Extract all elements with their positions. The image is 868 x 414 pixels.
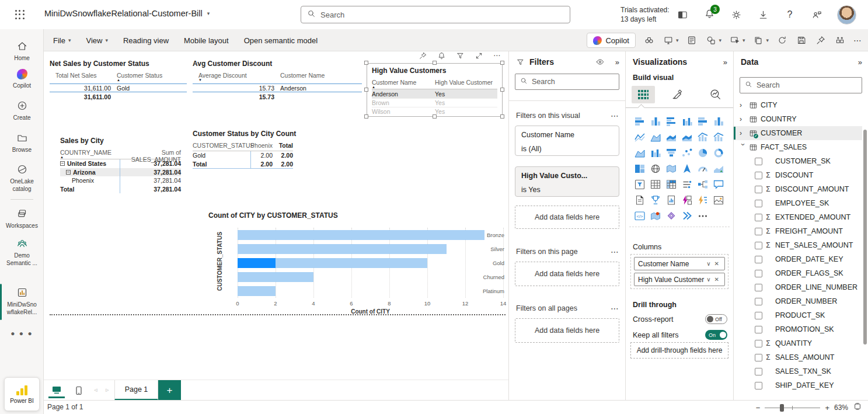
chevron-down-icon[interactable]: ▾ [676,37,679,43]
funnel-chart-icon[interactable] [663,145,679,160]
filters-search[interactable] [515,74,619,90]
kpi-icon[interactable] [710,161,726,176]
nav-pane-toggle-icon[interactable] [676,8,689,21]
columns-well[interactable]: Customer Name ∨ ✕ High Value Customer ∨ … [630,254,728,289]
collapse-icon[interactable]: − [60,161,65,166]
line-chart-icon[interactable] [632,129,647,144]
stacked-bar-chart-icon[interactable] [632,113,647,128]
remove-field-icon[interactable]: ✕ [713,260,721,267]
resize-handle[interactable] [364,88,368,92]
field-checkbox[interactable] [755,270,762,277]
section-more-icon[interactable]: ⋯ [611,111,619,120]
refresh-icon[interactable] [776,34,788,46]
eye-icon[interactable] [595,57,605,67]
filter-card-high-value-customer[interactable]: High Value Custo... is Yes [515,166,619,197]
resize-handle[interactable] [500,88,504,92]
treemap-icon[interactable] [632,161,647,176]
data-field-employee_sk[interactable]: EMPLOYEE_SK [734,196,862,210]
app-launcher-icon[interactable] [14,9,26,20]
copilot-button[interactable]: Copilot [587,33,635,48]
new-visual-icon[interactable] [663,34,674,46]
report-title-menu[interactable]: MiniDwSnowflakeRelational-Customer-Bill … [44,9,210,18]
qa-visual-icon[interactable] [710,176,726,192]
data-field-sales_amount[interactable]: ΣSALES_AMOUNT [734,350,862,364]
zoom-out-icon[interactable]: − [756,403,761,412]
area-chart-icon[interactable] [647,129,663,144]
sidebar-item-home[interactable]: Home [0,40,44,62]
hundred-stacked-column-chart-icon[interactable] [710,113,726,128]
add-data-fields-dropzone[interactable]: Add data fields here [515,318,619,343]
chevron-right-icon[interactable]: › [740,129,749,137]
page-tab[interactable]: Page 1 [114,380,158,401]
matrix-row[interactable]: −United States37,281.04 [60,159,181,168]
analytics-tab[interactable] [704,86,727,103]
data-search-input[interactable] [757,81,857,89]
power-platform-visual-icon[interactable] [679,208,695,223]
bar-silver[interactable] [238,244,447,254]
filters-search-input[interactable] [532,78,614,86]
column-header[interactable]: High Value Customer [435,79,497,86]
stacked-column-chart-icon[interactable] [647,113,663,128]
data-field-extended_amount[interactable]: ΣEXTENDED_AMOUNT [734,210,862,224]
menu-open-semantic-model[interactable]: Open semantic model [244,36,318,45]
sidebar-item-demo-semantic[interactable]: DemoSemantic ... [0,237,44,267]
zoom-in-icon[interactable]: + [825,403,829,412]
chevron-down-icon[interactable]: › [739,144,747,153]
new-page-button[interactable]: + [158,380,181,401]
data-field-order_number[interactable]: ORDER_NUMBER [734,294,862,308]
matrix-row[interactable]: Total2.002.00 [193,160,293,169]
zoom-slider-handle[interactable] [780,404,784,412]
notifications-icon[interactable]: 3 [703,8,716,21]
data-table-customer[interactable]: ›✓CUSTOMER [734,126,862,140]
data-table-fact_sales[interactable]: ›FACT_SALES [734,140,862,154]
hundred-stacked-area-chart-icon[interactable] [679,129,695,144]
column-header[interactable]: Phoenix [249,142,273,149]
resize-handle[interactable] [433,61,437,65]
field-checkbox[interactable] [755,214,762,221]
resize-handle[interactable] [364,61,368,65]
sidebar-item-workspaces[interactable]: Workspaces [0,207,44,229]
matrix-row[interactable]: Total37,281.04 [60,185,181,194]
copy-visual-icon[interactable] [752,34,764,46]
next-page-icon[interactable]: ▹ [106,386,109,394]
drill-through-dropzone[interactable]: Add drill-through fields here [630,342,728,359]
chevron-down-icon[interactable]: ▾ [742,37,745,43]
visual-high-value-table[interactable]: High Value Customers Customer Name▲High … [367,63,503,117]
pin-icon[interactable] [815,34,827,46]
data-table-city[interactable]: ›CITY [734,98,862,112]
resize-handle[interactable] [433,114,437,119]
sidebar-item-copilot[interactable]: Copilot [0,68,44,89]
field-checkbox[interactable] [755,326,762,333]
select-tool-icon[interactable] [729,34,741,46]
keep-all-filters-toggle[interactable]: On [705,330,727,340]
visual-net-sales-table[interactable]: Net Sales by Customer Status Total Net S… [50,60,187,101]
bar-bronze[interactable] [238,230,484,240]
feedback-icon[interactable] [810,8,823,21]
section-more-icon[interactable]: ⋯ [611,247,619,256]
collapse-pane-icon[interactable]: » [615,58,619,67]
shapes-icon[interactable] [705,34,717,46]
line-clustered-column-chart-icon[interactable] [710,129,726,144]
slicer-icon[interactable] [632,176,647,192]
data-field-ship_date_key[interactable]: SHIP_DATE_KEY [734,378,862,392]
field-checkbox[interactable] [755,158,762,165]
menu-file[interactable]: File▾ [53,36,71,45]
report-canvas[interactable]: Net Sales by Customer Status Total Net S… [44,51,508,380]
table-row[interactable]: 15.73Anderson [193,84,362,92]
menu-mobile-layout[interactable]: Mobile layout [184,36,229,45]
table-icon[interactable] [647,176,663,192]
menu-view[interactable]: View▾ [86,36,107,45]
data-field-quantity[interactable]: ΣQUANTITY [734,336,862,350]
field-checkbox[interactable] [755,228,762,235]
column-header[interactable]: Customer Status▲ [111,72,187,82]
column-header[interactable]: Average Discount▼ [193,72,274,82]
azure-map-icon[interactable] [679,161,695,176]
chevron-down-icon[interactable]: ∨ [705,276,712,283]
help-icon[interactable]: ? [783,8,796,21]
metrics-icon[interactable] [647,192,663,207]
web-layout-icon[interactable] [48,382,65,398]
sidebar-more-icon[interactable]: ● ● ● [0,329,44,338]
zoom-slider[interactable] [765,403,820,412]
collapse-pane-icon[interactable]: » [723,58,727,67]
gauge-icon[interactable] [695,161,710,176]
